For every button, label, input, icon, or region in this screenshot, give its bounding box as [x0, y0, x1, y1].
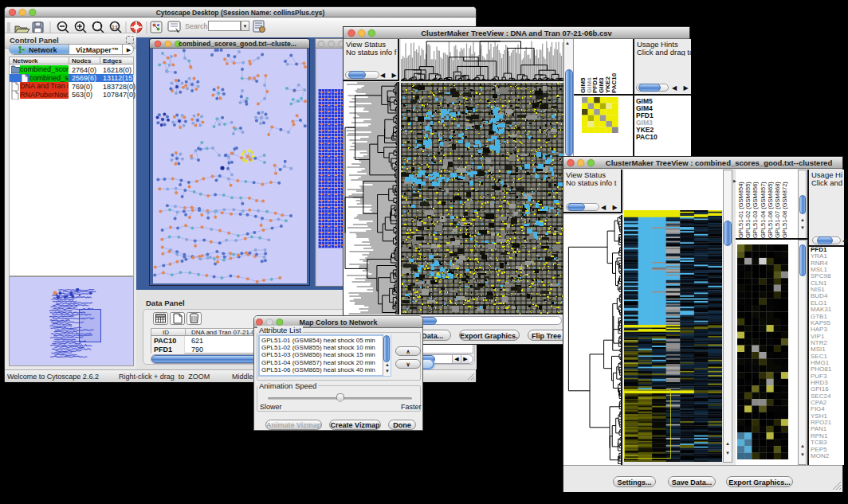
svg-text:Search:: Search: [185, 22, 210, 30]
svg-text:1:1: 1:1 [112, 25, 118, 29]
